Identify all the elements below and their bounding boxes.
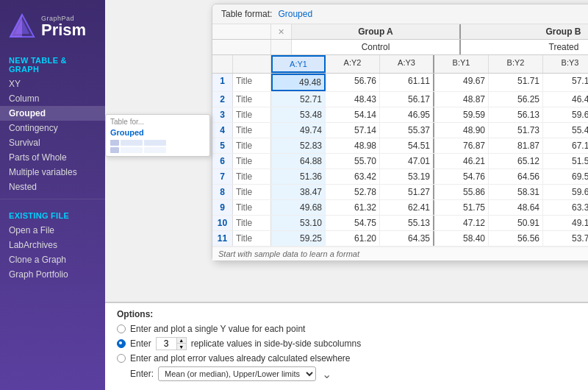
cell-data[interactable]: 65.12 [489, 154, 543, 169]
cell-data[interactable]: 49.67 [434, 74, 489, 91]
table-format-value[interactable]: Grouped [278, 9, 312, 19]
cell-data[interactable]: 67.12 [543, 138, 588, 153]
cell-data[interactable]: 52.83 [271, 138, 326, 153]
cell-data[interactable]: 64.88 [271, 154, 326, 169]
cell-data[interactable]: 59.59 [434, 107, 489, 122]
cell-data[interactable]: 63.42 [326, 169, 380, 184]
cell-data[interactable]: 54.75 [326, 216, 380, 230]
cell-data[interactable]: 49.74 [271, 123, 326, 138]
cell-data[interactable]: 61.20 [326, 231, 380, 246]
col-hdr-by1[interactable]: B:Y1 [434, 55, 489, 73]
cell-data[interactable]: 46.40 [543, 92, 588, 107]
cell-data[interactable]: 56.56 [489, 231, 543, 246]
cell-data[interactable]: 54.14 [326, 107, 380, 122]
cell-data[interactable]: 48.64 [489, 200, 543, 215]
col-hdr-ay1[interactable]: A:Y1 [271, 55, 326, 73]
cell-data[interactable]: 55.86 [434, 185, 489, 199]
radio-replicate[interactable] [117, 339, 126, 348]
cell-data[interactable]: 47.01 [380, 154, 434, 169]
clear-icon[interactable]: ✕ [278, 27, 284, 36]
cell-data[interactable]: 55.37 [380, 123, 434, 138]
sidebar-item-survival[interactable]: Survival [0, 135, 105, 150]
cell-data[interactable]: 51.73 [489, 123, 543, 138]
radio-single-y[interactable] [117, 325, 126, 333]
cell-data[interactable]: 58.40 [434, 231, 489, 246]
cell-data[interactable]: 76.87 [434, 138, 489, 153]
cell-data[interactable]: 56.13 [489, 107, 543, 122]
clear-cell: ✕ [271, 24, 292, 39]
cell-data[interactable]: 64.35 [380, 231, 434, 246]
cell-data[interactable]: 51.51 [543, 154, 588, 169]
cell-rownum: 4 [212, 123, 233, 138]
cell-data[interactable]: 50.91 [489, 216, 543, 230]
cell-data[interactable]: 53.19 [380, 169, 434, 184]
col-hdr-ay3[interactable]: A:Y3 [380, 55, 434, 73]
cell-data[interactable]: 81.87 [489, 138, 543, 153]
sidebar-item-column[interactable]: Column [0, 91, 105, 106]
cell-data[interactable]: 53.48 [271, 107, 326, 122]
cell-data[interactable]: 59.66 [543, 107, 588, 122]
cell-data[interactable]: 54.76 [434, 169, 489, 184]
replicate-input[interactable] [156, 337, 176, 350]
cell-data[interactable]: 46.95 [380, 107, 434, 122]
cell-data[interactable]: 47.12 [434, 216, 489, 230]
cell-data[interactable]: 63.37 [543, 200, 588, 215]
cell-data[interactable]: 56.76 [326, 74, 380, 91]
cell-data[interactable]: 56.17 [380, 92, 434, 107]
spinner-down[interactable]: ▼ [177, 344, 186, 350]
cell-data[interactable]: 49.11 [543, 216, 588, 230]
cell-data[interactable]: 56.25 [489, 92, 543, 107]
col-hdr-by3[interactable]: B:Y3 [543, 55, 588, 73]
cell-data[interactable]: 52.78 [326, 185, 380, 199]
sidebar-item-graph-portfolio[interactable]: Graph Portfolio [0, 267, 105, 282]
cell-data[interactable]: 49.48 [271, 74, 326, 91]
cell-data[interactable]: 46.21 [434, 154, 489, 169]
cell-data[interactable]: 52.71 [271, 92, 326, 107]
cell-data[interactable]: 61.11 [380, 74, 434, 91]
sidebar-item-grouped[interactable]: Grouped [0, 106, 105, 121]
cell-data[interactable]: 59.66 [543, 185, 588, 199]
sidebar-item-contingency[interactable]: Contingency [0, 121, 105, 135]
cell-data[interactable]: 51.75 [434, 200, 489, 215]
prism-logo-icon [9, 13, 35, 40]
cell-data[interactable]: 53.10 [271, 216, 326, 230]
cell-data[interactable]: 51.27 [380, 185, 434, 199]
sidebar-item-labarchives[interactable]: LabArchives [0, 238, 105, 252]
sidebar-item-clone-graph[interactable]: Clone a Graph [0, 252, 105, 267]
cell-data[interactable]: 64.56 [489, 169, 543, 184]
cell-data[interactable]: 57.14 [326, 123, 380, 138]
cell-data[interactable]: 48.98 [326, 138, 380, 153]
radio-error-values[interactable] [117, 354, 126, 363]
cell-data[interactable]: 69.54 [543, 169, 588, 184]
cell-data[interactable]: 57.11 [543, 74, 588, 91]
cell-data[interactable]: 55.70 [326, 154, 380, 169]
group-b-header: Group B [461, 24, 588, 39]
cell-data[interactable]: 55.13 [380, 216, 434, 230]
cell-data[interactable]: 55.47 [543, 123, 588, 138]
cell-data[interactable]: 51.36 [271, 169, 326, 184]
sidebar-item-nested[interactable]: Nested [0, 180, 105, 194]
cell-data[interactable]: 48.43 [326, 92, 380, 107]
col-hdr-ay2[interactable]: A:Y2 [326, 55, 380, 73]
enter-select[interactable]: Mean (or median), Upper/Lower limits [158, 366, 316, 381]
cell-data[interactable]: 53.76 [543, 231, 588, 246]
cell-data[interactable]: 51.71 [489, 74, 543, 91]
sidebar-item-xy[interactable]: XY [0, 77, 105, 91]
col-hdr-by2[interactable]: B:Y2 [489, 55, 543, 73]
cell-data[interactable]: 59.25 [271, 231, 326, 246]
cell-data[interactable]: 62.41 [380, 200, 434, 215]
cell-data[interactable]: 48.87 [434, 92, 489, 107]
cell-data[interactable]: 61.32 [326, 200, 380, 215]
sidebar-item-open-file[interactable]: Open a File [0, 223, 105, 238]
sidebar-item-multiple-variables[interactable]: Multiple variables [0, 165, 105, 180]
cell-data[interactable]: 58.31 [489, 185, 543, 199]
mini-cell [144, 147, 166, 153]
sidebar-item-parts-of-whole[interactable]: Parts of Whole [0, 150, 105, 165]
cell-data[interactable]: 54.51 [380, 138, 434, 153]
cell-data[interactable]: 49.68 [271, 200, 326, 215]
spinner-up[interactable]: ▲ [177, 338, 186, 344]
cell-data[interactable]: 38.47 [271, 185, 326, 199]
cell-title: Title [233, 92, 271, 107]
cell-data[interactable]: 48.90 [434, 123, 489, 138]
mini-panel-grouped[interactable]: Grouped [110, 128, 205, 137]
